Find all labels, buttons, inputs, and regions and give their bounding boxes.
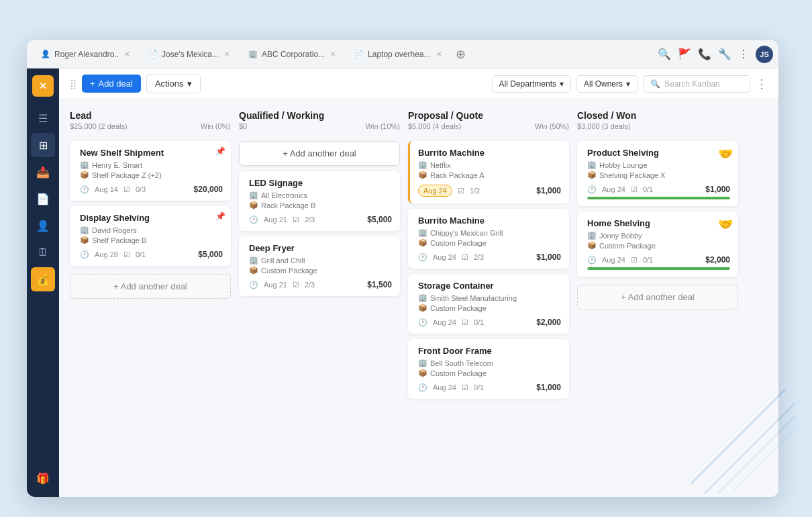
handshake-icon-product: 🤝	[718, 146, 733, 161]
check-icon-led: ☑	[293, 216, 299, 224]
check-icon-fryer: ☑	[293, 281, 299, 289]
add-qualified-top-label: + Add another deal	[283, 148, 356, 158]
sidebar-item-gifts[interactable]: 🎁	[31, 466, 55, 490]
deal-date-product: Aug 24	[602, 185, 625, 193]
deal-company-home-shelving: 🏢 Jonny Bobby	[587, 231, 730, 240]
sidebar-item-deals[interactable]: 💰	[31, 267, 55, 291]
deal-company-deep-fryer: 🏢 Grill and Chill	[249, 256, 392, 265]
deal-company-burrito-chippy: 🏢 Chippy's Mexican Grill	[418, 228, 561, 237]
package-icon-led: 📦	[249, 201, 258, 209]
flag-icon[interactable]: 🚩	[678, 48, 691, 60]
owners-label: All Owners	[584, 79, 623, 89]
sidebar-item-calendar[interactable]: 🗓	[31, 240, 55, 265]
search-icon[interactable]: 🔍	[658, 48, 671, 60]
tab-jose[interactable]: 📄 Jose's Mexica... ✕	[140, 45, 238, 64]
add-deal-button[interactable]: + Add deal	[82, 75, 141, 93]
deal-footer-storage: 🕐 Aug 24 ☑ 0/1 $2,000	[418, 318, 561, 327]
col-proposal-amount: $5,000 (4 deals)	[408, 122, 462, 130]
tab-roger[interactable]: 👤 Roger Alexandro.. ✕	[32, 45, 138, 64]
col-closed-amount: $3,000 (3 deals)	[577, 122, 631, 130]
tab-roger-close[interactable]: ✕	[124, 50, 130, 58]
deal-date-door: Aug 24	[433, 383, 456, 391]
departments-label: All Departments	[499, 79, 556, 89]
tab-jose-close[interactable]: ✕	[224, 50, 230, 58]
deal-package-deep-fryer: 📦 Custom Package	[249, 266, 392, 275]
deal-package-product-shelving: 📦 Shelving Package X	[587, 171, 730, 179]
deal-title-burrito-netflix: Burrito Machine	[418, 148, 561, 158]
col-proposal-title: Proposal / Quote	[408, 110, 569, 121]
deal-company-new-shelf: 🏢 Henry E. Smart	[80, 160, 223, 169]
company-icon-home: 🏢	[587, 231, 597, 240]
deal-card-burrito-chippy[interactable]: Burrito Machine 🏢 Chippy's Mexican Grill…	[408, 209, 569, 269]
main-area: ✕ ☰ ⊞ 📥 📄 👤 🗓 💰 🎁 ⣿ + Add deal Actions ▾	[27, 68, 778, 497]
add-tab-button[interactable]: ⊕	[452, 47, 470, 62]
deal-card-deep-fryer[interactable]: Deep Fryer 🏢 Grill and Chill 📦 Custom Pa…	[239, 236, 400, 296]
clock-icon-led: 🕐	[249, 216, 258, 224]
pin-icon[interactable]: 📌	[215, 146, 225, 156]
search-kanban[interactable]: 🔍 Search Kanban	[643, 75, 750, 93]
search-kanban-placeholder: Search Kanban	[664, 79, 720, 89]
tab-icon-doc1: 📄	[148, 50, 158, 58]
deal-footer-left2: 🕐 Aug 28 ☑ 0/1	[80, 250, 146, 259]
more-icon[interactable]: ⋮	[738, 48, 749, 60]
add-deal-qualified-top-button[interactable]: + Add another deal	[239, 141, 400, 166]
package-icon-netflix: 📦	[418, 171, 427, 179]
deal-card-display-shelving[interactable]: Display Shelving 🏢 David Rogers 📦 Shelf …	[70, 206, 231, 266]
pin-icon2[interactable]: 📌	[215, 211, 225, 221]
company-icon-chippy: 🏢	[418, 228, 427, 237]
deal-card-front-door[interactable]: Front Door Frame 🏢 Bell South Telecom 📦 …	[408, 339, 569, 399]
deal-title-led: LED Signage	[249, 178, 392, 188]
sidebar-item-contacts[interactable]: 👤	[31, 214, 55, 238]
deal-card-storage[interactable]: Storage Container 🏢 Smith Steel Manufact…	[408, 274, 569, 334]
tab-laptop[interactable]: 📄 Laptop overhea... ✕	[346, 45, 450, 64]
col-qualified-title: Qualified / Working	[239, 110, 400, 121]
deal-footer-product-shelving: 🕐 Aug 24 ☑ 0/1 $1,000	[587, 185, 730, 194]
deal-company-burrito-netflix: 🏢 Netflix	[418, 160, 561, 169]
add-deal-lead-button[interactable]: + Add another deal	[70, 274, 231, 299]
check-icon-product: ☑	[631, 185, 638, 194]
sidebar-item-docs[interactable]: 📄	[31, 187, 55, 211]
clock-icon-home: 🕐	[587, 256, 597, 265]
deal-footer-deep-fryer: 🕐 Aug 21 ☑ 2/3 $1,500	[249, 280, 392, 289]
tab-abc[interactable]: 🏢 ABC Corporatio... ✕	[240, 45, 344, 64]
col-qualified-win: Win (10%)	[366, 122, 400, 130]
col-proposal-win: Win (50%)	[535, 122, 569, 130]
check-icon-chippy: ☑	[462, 253, 468, 262]
phone-icon[interactable]: 📞	[698, 48, 711, 60]
col-proposal: Proposal / Quote $5,000 (4 deals) Win (5…	[408, 110, 569, 486]
deal-date-home: Aug 24	[602, 256, 625, 264]
user-avatar[interactable]: JS	[756, 46, 773, 63]
package-icon-home: 📦	[587, 241, 597, 250]
deal-card-home-shelving[interactable]: Home Shelving 🏢 Jonny Bobby 📦 Custom Pac…	[577, 211, 738, 277]
owners-filter[interactable]: All Owners ▾	[576, 75, 638, 93]
drag-handle-icon: ⣿	[70, 79, 77, 89]
add-deal-closed-button[interactable]: + Add another deal	[577, 285, 738, 310]
add-deal-label: Add deal	[99, 79, 133, 89]
actions-button[interactable]: Actions ▾	[146, 74, 201, 93]
tab-laptop-close[interactable]: ✕	[436, 50, 442, 58]
departments-filter[interactable]: All Departments ▾	[492, 75, 571, 93]
deal-card-new-shelf[interactable]: New Shelf Shipment 🏢 Henry E. Smart 📦 Sh…	[70, 141, 231, 201]
settings-icon[interactable]: 🔧	[718, 48, 731, 60]
deal-card-product-shelving[interactable]: Product Shelving 🏢 Hobby Lounge 📦 Shelvi…	[577, 141, 738, 206]
deal-footer-product-left: 🕐 Aug 24 ☑ 0/1	[587, 185, 653, 194]
col-qualified: Qualified / Working $0 Win (10%) + Add a…	[239, 110, 400, 486]
sidebar-item-home[interactable]: ⊞	[31, 133, 55, 157]
progress-bar-product	[587, 197, 730, 199]
deal-price-display-shelving: $5,000	[198, 250, 223, 259]
deal-title-new-shelf: New Shelf Shipment	[80, 148, 223, 158]
deal-footer-chippy-left: 🕐 Aug 24 ☑ 2/3	[418, 253, 484, 262]
toolbar-more-icon[interactable]: ⋮	[756, 77, 768, 91]
sidebar-item-menu[interactable]: ☰	[31, 106, 55, 130]
deal-package-home-shelving: 📦 Custom Package	[587, 241, 730, 250]
deal-company-product-shelving: 🏢 Hobby Lounge	[587, 160, 730, 169]
deal-card-burrito-netflix[interactable]: Burrito Machine 🏢 Netflix 📦 Rack Package…	[408, 141, 569, 203]
deal-footer-door-left: 🕐 Aug 24 ☑ 0/1	[418, 383, 484, 392]
deal-card-led-signage[interactable]: LED Signage 🏢 All Electronics 📦 Rack Pac…	[239, 171, 400, 231]
tab-abc-close[interactable]: ✕	[330, 50, 336, 58]
deal-price-home-shelving: $2,000	[705, 255, 730, 265]
sidebar-item-inbox[interactable]: 📥	[31, 160, 55, 184]
tab-icon-building: 🏢	[248, 50, 258, 58]
deal-tasks-home: 0/1	[643, 256, 653, 264]
deal-package-burrito-netflix: 📦 Rack Package A	[418, 171, 561, 179]
